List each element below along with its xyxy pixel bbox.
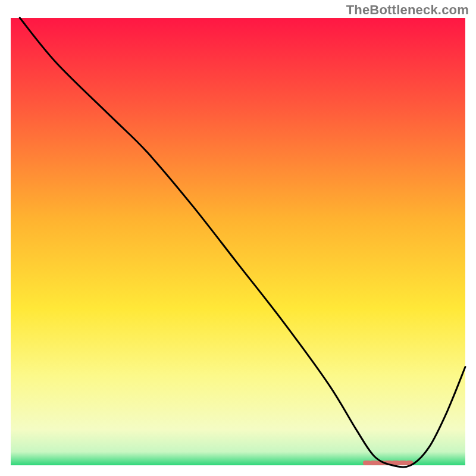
chart-stage: TheBottleneck.com (0, 0, 476, 476)
bottleneck-chart (0, 0, 476, 476)
